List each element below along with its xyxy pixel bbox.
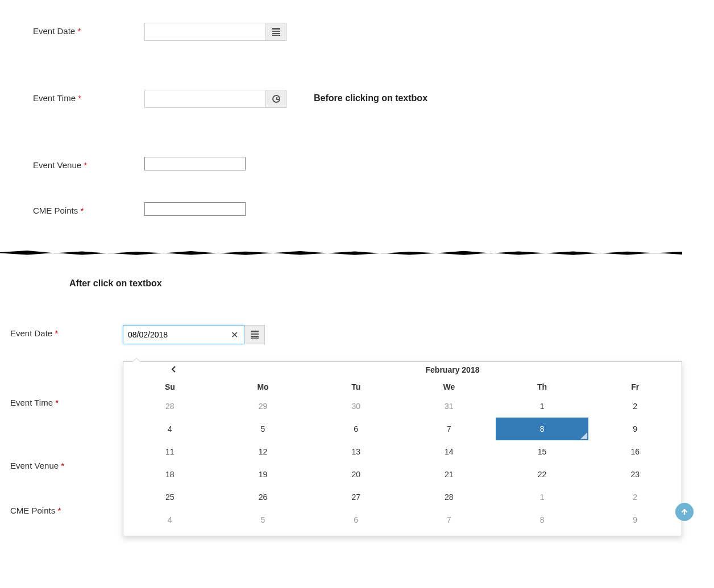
row-event-venue: Event Venue * xyxy=(33,157,714,170)
cme-points-input[interactable] xyxy=(144,202,246,216)
required-mark: * xyxy=(80,206,84,215)
calendar-icon xyxy=(272,28,280,36)
row-cme-points: CME Points * xyxy=(33,202,714,216)
event-venue-input[interactable] xyxy=(144,157,246,170)
form-after: After click on textbox Event Date * ✕ Ev… xyxy=(0,256,714,549)
datepicker-day[interactable]: 28 xyxy=(402,486,496,508)
datepicker-week-row: 456789 xyxy=(123,508,682,531)
datepicker-day[interactable]: 8 xyxy=(496,508,589,531)
datepicker-dow: Mo xyxy=(217,378,310,395)
datepicker-day[interactable]: 9 xyxy=(588,418,682,440)
datepicker-day[interactable]: 23 xyxy=(588,463,682,486)
datepicker-day[interactable]: 15 xyxy=(496,440,589,463)
after-annotation: After click on textbox xyxy=(69,278,714,289)
datepicker-day[interactable]: 28 xyxy=(123,395,217,418)
arrow-up-icon xyxy=(679,507,690,517)
datepicker-day[interactable]: 4 xyxy=(123,508,217,531)
label-event-date: Event Date * xyxy=(10,325,123,338)
form-before: Event Date * Event Time * Before clickin… xyxy=(0,0,714,250)
row-event-date: Event Date * xyxy=(33,23,714,41)
datepicker-week-row: 111213141516 xyxy=(123,440,682,463)
calendar-picker-button[interactable] xyxy=(266,23,287,41)
clock-icon xyxy=(272,95,280,103)
datepicker-day[interactable]: 19 xyxy=(217,463,310,486)
datepicker-dow: Su xyxy=(123,378,217,395)
datepicker-popup: February 2018 SuMoTuWeThFr 2829303112456… xyxy=(123,361,682,536)
datepicker-day[interactable]: 13 xyxy=(309,440,402,463)
label-event-time: Event Time * xyxy=(33,90,144,103)
required-mark: * xyxy=(55,398,59,407)
datepicker-month-title[interactable]: February 2018 xyxy=(223,365,682,374)
datepicker-day[interactable]: 1 xyxy=(496,395,589,418)
datepicker-dow-row: SuMoTuWeThFr xyxy=(123,378,682,395)
required-mark: * xyxy=(55,328,58,338)
datepicker-day[interactable]: 2 xyxy=(588,486,682,508)
row-event-date-after: Event Date * ✕ xyxy=(10,325,714,344)
datepicker-day[interactable]: 30 xyxy=(309,395,402,418)
label-event-venue: Event Venue * xyxy=(10,457,123,470)
datepicker-dow: Fr xyxy=(588,378,682,395)
chevron-left-icon xyxy=(171,366,176,373)
datepicker-day[interactable]: 12 xyxy=(217,440,310,463)
datepicker-day[interactable]: 5 xyxy=(217,508,310,531)
label-event-date: Event Date * xyxy=(33,23,144,36)
event-date-group-active: ✕ xyxy=(123,325,265,344)
required-mark: * xyxy=(84,160,87,170)
prev-month-button[interactable] xyxy=(123,366,223,374)
datepicker-day[interactable]: 7 xyxy=(402,418,496,440)
clear-date-icon[interactable]: ✕ xyxy=(231,330,238,340)
datepicker-day[interactable]: 9 xyxy=(588,508,682,531)
datepicker-day[interactable]: 21 xyxy=(402,463,496,486)
required-mark: * xyxy=(77,26,81,36)
label-cme-points: CME Points * xyxy=(10,502,123,515)
datepicker-header: February 2018 xyxy=(123,362,682,378)
datepicker-day[interactable]: 25 xyxy=(123,486,217,508)
datepicker-day[interactable]: 26 xyxy=(217,486,310,508)
datepicker-day[interactable]: 18 xyxy=(123,463,217,486)
datepicker-week-row: 456789 xyxy=(123,418,682,440)
datepicker-day[interactable]: 31 xyxy=(402,395,496,418)
datepicker-day[interactable]: 22 xyxy=(496,463,589,486)
before-annotation: Before clicking on textbox xyxy=(314,90,427,103)
datepicker-day[interactable]: 11 xyxy=(123,440,217,463)
datepicker-day[interactable]: 20 xyxy=(309,463,402,486)
datepicker-day[interactable]: 4 xyxy=(123,418,217,440)
datepicker-day[interactable]: 2 xyxy=(588,395,682,418)
datepicker-day[interactable]: 7 xyxy=(402,508,496,531)
label-event-time: Event Time * xyxy=(10,394,123,407)
section-divider xyxy=(0,250,682,256)
datepicker-day[interactable]: 6 xyxy=(309,508,402,531)
event-date-input-active[interactable] xyxy=(123,325,244,344)
required-mark: * xyxy=(57,506,61,515)
datepicker-day[interactable]: 16 xyxy=(588,440,682,463)
datepicker-day[interactable]: 6 xyxy=(309,418,402,440)
datepicker-week-row: 2829303112 xyxy=(123,395,682,418)
datepicker-week-row: 181920212223 xyxy=(123,463,682,486)
calendar-icon xyxy=(251,331,259,339)
datepicker-dow: Tu xyxy=(309,378,402,395)
datepicker-day[interactable]: 5 xyxy=(217,418,310,440)
datepicker-grid: SuMoTuWeThFr 282930311245678911121314151… xyxy=(123,378,682,531)
scroll-to-top-button[interactable] xyxy=(675,503,694,521)
datepicker-day[interactable]: 8 xyxy=(496,418,589,440)
datepicker-day[interactable]: 29 xyxy=(217,395,310,418)
row-event-time: Event Time * Before clicking on textbox xyxy=(33,90,714,108)
label-cme-points: CME Points * xyxy=(33,202,144,215)
event-date-input[interactable] xyxy=(144,23,266,41)
required-mark: * xyxy=(61,461,64,470)
event-date-group xyxy=(144,23,287,41)
datepicker-day[interactable]: 27 xyxy=(309,486,402,508)
required-mark: * xyxy=(78,93,81,103)
datepicker-dow: Th xyxy=(496,378,589,395)
label-event-venue: Event Venue * xyxy=(33,157,144,170)
event-time-input[interactable] xyxy=(144,90,266,108)
event-time-group xyxy=(144,90,287,108)
time-picker-button[interactable] xyxy=(266,90,287,108)
datepicker-dow: We xyxy=(402,378,496,395)
datepicker-day[interactable]: 14 xyxy=(402,440,496,463)
datepicker-week-row: 2526272812 xyxy=(123,486,682,508)
calendar-picker-button[interactable] xyxy=(244,325,265,344)
datepicker-day[interactable]: 1 xyxy=(496,486,589,508)
